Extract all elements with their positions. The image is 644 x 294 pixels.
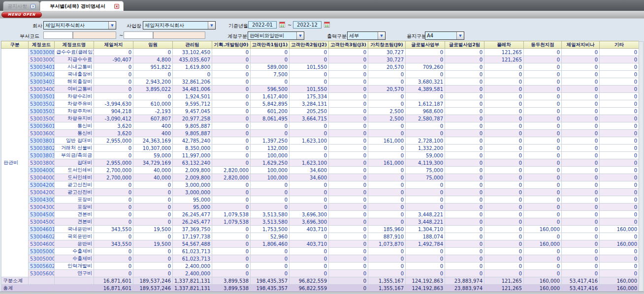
table-row[interactable]: 53003501차량수리비001,924,50101,617,400175,33… — [1, 93, 639, 100]
table-row[interactable]: 53003800접대비2,955,00034,729,16963,132,240… — [1, 159, 639, 167]
value-cell: 0 — [329, 100, 368, 108]
value-cell: 0 — [290, 122, 329, 130]
column-header[interactable]: 글로벌사업2팀 — [445, 41, 484, 49]
table-row[interactable]: 53005600연구비002,400,00000000000000 — [1, 270, 639, 277]
column-header[interactable]: 동두천지점 — [524, 41, 562, 49]
value-cell: 0 — [329, 159, 368, 167]
account-name-cell: 연구비 — [55, 270, 94, 277]
value-cell: 101,550 — [290, 63, 329, 71]
table-row[interactable]: 53003600통신비3,6204009,805,88700000000000 — [1, 130, 639, 137]
bottom-strip — [0, 292, 644, 294]
table-row[interactable]: 53004200광고선전비003,000,00000000000000 — [1, 189, 639, 196]
value-cell: 20,570 — [368, 63, 406, 71]
value-cell: 0 — [562, 49, 600, 56]
column-header[interactable]: 고객만족3팀(J3) — [329, 41, 368, 49]
column-header[interactable]: 기획.개발팀(J0) — [212, 41, 251, 49]
close-icon[interactable]: × — [114, 4, 119, 9]
value-cell: 0 — [251, 56, 290, 63]
table-row[interactable]: 53003500차량유지비-3,090,412607,80720,977,258… — [1, 115, 639, 122]
column-header[interactable]: 관리팀 — [173, 41, 212, 49]
table-row[interactable]: 53004500견본비0026,245,4771,079,5383,513,58… — [1, 211, 639, 218]
calendar-icon[interactable] — [279, 22, 285, 28]
account-type-select[interactable]: 판매비와일반비 ▼ — [248, 31, 304, 40]
account-name-cell: 차량유지비 — [55, 115, 94, 122]
value-cell: 2,700,000 — [94, 167, 133, 174]
tab-expense-report[interactable]: 부서별(세목) 경비명세서 × — [40, 1, 124, 11]
table-row[interactable]: 53003402국내출장비00007,500000000000 — [1, 71, 639, 78]
value-cell: 0 — [406, 248, 445, 255]
table-row[interactable]: 판관비53003008급수수료(클레임)0033,102,450000030,7… — [1, 49, 639, 56]
value-cell: 1,617,400 — [251, 93, 290, 100]
account-name-cell: 여비교통비 — [55, 86, 94, 93]
table-row[interactable]: 53003503차량주차비904,218-2,1939,457,0450601,… — [1, 108, 639, 115]
company-select[interactable]: 제일저지주식회사 ▼ — [43, 21, 116, 29]
value-cell: 0 — [484, 240, 524, 248]
period-to-input[interactable]: 2022-12 — [293, 21, 322, 29]
table-row[interactable]: 53003803부의금/축의금059,00011,997,0000100,000… — [1, 152, 639, 159]
output-type-select[interactable]: 세부 ▼ — [347, 31, 386, 40]
value-cell: 19,500 — [133, 226, 173, 233]
column-header[interactable]: 가치창조팀(J9) — [368, 41, 406, 49]
column-header[interactable]: 임원 — [133, 41, 173, 49]
table-row[interactable]: 53004600운반비343,55019,50054,567,48801,806… — [1, 240, 639, 248]
column-header[interactable]: 글로벌사업부 — [406, 41, 445, 49]
column-header[interactable]: 계정코드 — [29, 41, 55, 49]
table-row[interactable]: 53003401시내교통비0951,8221,619,8000589,00010… — [1, 63, 639, 71]
site-select[interactable]: 제일저지주식회사 ▼ — [143, 21, 216, 29]
column-header[interactable]: 기타 — [600, 41, 639, 49]
column-header[interactable]: 계정코드명 — [55, 41, 94, 49]
value-cell: 0 — [600, 204, 639, 211]
value-cell: 0 — [484, 78, 524, 86]
table-row[interactable]: 53004000도서인쇄비2,700,00040,0002,009,8002,8… — [1, 174, 639, 181]
value-cell: 0 — [524, 130, 562, 137]
tab-notice[interactable]: 공지사항 × — [3, 1, 40, 11]
calendar-icon[interactable] — [324, 22, 330, 28]
value-cell: 3,895,022 — [133, 86, 173, 93]
column-header[interactable]: 고객만족1팀(J1) — [251, 41, 290, 49]
table-row[interactable]: 53003400여비교통비03,895,02234,481,0060596,50… — [1, 86, 639, 93]
account-code-cell — [29, 277, 55, 285]
value-cell: 0 — [406, 270, 445, 277]
table-row[interactable]: 53003000지급수수료-90,4074,800435,035,6070000… — [1, 56, 639, 63]
table-row[interactable]: 53005000수출제비0061,023,71300000000000 — [1, 255, 639, 263]
value-cell: 121,265 — [484, 49, 524, 56]
table-row[interactable]: 53005602인력개발비002,400,00000000000000 — [1, 263, 639, 270]
table-row[interactable]: 53003601통신비3,6204009,805,88700000000000 — [1, 122, 639, 130]
value-cell: 0 — [445, 152, 484, 159]
column-header[interactable]: 제일저지 — [94, 41, 133, 49]
table-row[interactable]: 53004300포장비0095,00000000000000 — [1, 196, 639, 204]
column-header[interactable]: 고객만족2팀(J2) — [290, 41, 329, 49]
table-row[interactable]: 53004000도서인쇄비2,700,00040,0002,009,8002,8… — [1, 167, 639, 174]
account-code-cell: 53003402 — [29, 71, 55, 78]
period-from-input[interactable]: 2022-01 — [248, 21, 277, 29]
value-cell: 1,355,167 — [368, 285, 406, 292]
table-row[interactable]: 53005000수출제비0061,023,71300000000000 — [1, 248, 639, 255]
table-row[interactable]: 53004601국내운반비343,55019,50037,369,75001,7… — [1, 226, 639, 233]
table-row[interactable]: 53003801일반 접대비2,955,00024,363,16942,785,… — [1, 137, 639, 145]
value-cell: 0 — [524, 189, 562, 196]
paper-type-select[interactable]: A4 ▼ — [425, 31, 464, 40]
value-cell: 95,000 — [173, 196, 212, 204]
value-cell: 0 — [445, 115, 484, 122]
column-header[interactable]: 제일저지비나 — [562, 41, 600, 49]
table-row[interactable]: 53004602국외운반비0017,197,738052,96000887,91… — [1, 233, 639, 240]
menu-open-button[interactable]: MENU OPEN — [1, 12, 42, 18]
close-icon[interactable]: × — [31, 4, 35, 9]
table-row[interactable]: 53003502차량주유비-3,994,630610,0009,595,7120… — [1, 100, 639, 108]
dept-from-code-input[interactable] — [43, 31, 73, 39]
total-row[interactable]: 총계16,871,601189,537,2461,337,821,1313,89… — [1, 285, 639, 292]
account-name-cell: 국외운반비 — [55, 233, 94, 240]
value-cell: 2,955,000 — [94, 159, 133, 167]
table-row[interactable]: 53004500견본비0026,245,4771,079,5383,513,58… — [1, 218, 639, 226]
vertical-scrollbar[interactable] — [639, 41, 644, 292]
table-row[interactable]: 53004200광고선전비003,000,00000000000000 — [1, 181, 639, 189]
dept-to-code-input[interactable] — [124, 31, 153, 39]
table-row[interactable]: 53004300포장비0095,00000000000000 — [1, 204, 639, 211]
value-cell: 0 — [524, 174, 562, 181]
column-header[interactable]: 구분 — [1, 41, 29, 49]
table-row[interactable]: 53003403해외출장비02,943,20032,861,206000003,… — [1, 78, 639, 86]
column-header[interactable]: 플레차 — [484, 41, 524, 49]
table-row[interactable]: 53003802거래처 선물비010,307,0008,350,0000132,… — [1, 145, 639, 152]
value-cell: 0 — [562, 122, 600, 130]
subtotal-row[interactable]: 구분소계16,871,601189,537,2461,337,821,1313,… — [1, 277, 639, 285]
